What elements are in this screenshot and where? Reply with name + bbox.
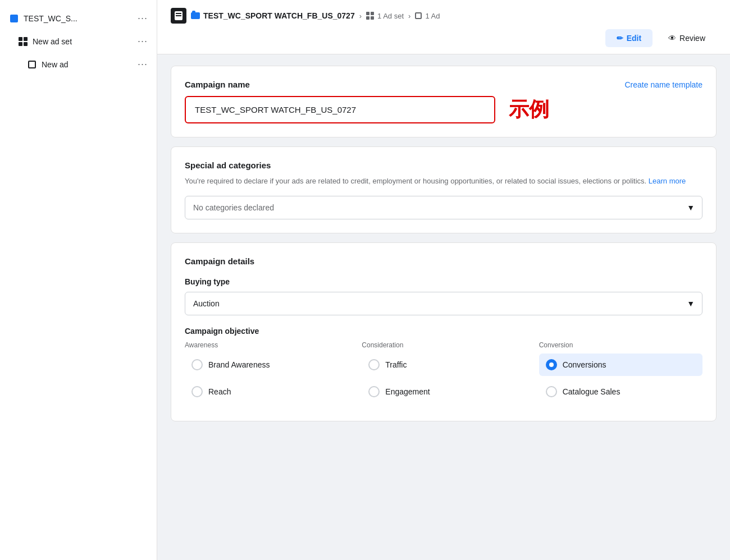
consideration-category-label: Consideration (362, 341, 525, 349)
breadcrumb-campaign: TEST_WC_SPORT WATCH_FB_US_0727 (191, 11, 355, 20)
sidebar: TEST_WC_S... ··· New ad set ··· New ad ·… (0, 0, 157, 560)
breadcrumb-adset-label: 1 Ad set (377, 12, 404, 20)
brand-awareness-label: Brand Awareness (208, 360, 270, 369)
special-ad-categories-select[interactable]: No categories declared Credit Employment… (185, 196, 702, 219)
folder-icon (9, 13, 19, 24)
conversions-option[interactable]: Conversions (539, 354, 702, 376)
sidebar-campaign-label: TEST_WC_S... (24, 14, 77, 23)
special-ad-categories-select-wrapper: No categories declared Credit Employment… (185, 196, 702, 219)
conversions-radio-inner (549, 362, 554, 367)
buying-type-label: Buying type (185, 277, 702, 286)
breadcrumb-ad-icon (415, 12, 422, 19)
awareness-category: Awareness Brand Awareness Reach (185, 341, 348, 407)
review-label: Review (679, 34, 705, 43)
traffic-radio[interactable] (368, 359, 380, 370)
campaign-name-wrapper: 示例 (185, 96, 702, 123)
adset-more-icon[interactable]: ··· (138, 35, 148, 47)
consideration-category: Consideration Traffic Engagement (362, 341, 525, 407)
learn-more-link[interactable]: Learn more (649, 177, 686, 185)
breadcrumb-sep-1: › (359, 12, 362, 20)
reach-option[interactable]: Reach (185, 380, 348, 403)
engagement-radio[interactable] (368, 386, 380, 397)
reach-radio[interactable] (191, 386, 203, 397)
breadcrumb-ad: 1 Ad (415, 12, 440, 20)
breadcrumb-campaign-name: TEST_WC_SPORT WATCH_FB_US_0727 (203, 11, 355, 20)
buying-type-select[interactable]: Auction Reach and Frequency (185, 292, 702, 315)
special-ad-categories-card: Special ad categories You're required to… (171, 146, 717, 233)
special-ad-categories-title: Special ad categories (185, 160, 271, 170)
adset-icon (18, 36, 28, 47)
ad-more-icon[interactable]: ··· (138, 58, 148, 70)
sidebar-item-campaign-left: TEST_WC_S... (9, 13, 77, 24)
sidebar-item-ad[interactable]: New ad ··· (0, 53, 157, 76)
campaign-name-title: Campaign name (185, 80, 250, 89)
engagement-label: Engagement (385, 387, 430, 396)
create-name-template-link[interactable]: Create name template (624, 80, 702, 89)
special-ad-categories-desc: You're required to declare if your ads a… (185, 176, 702, 187)
edit-label: Edit (627, 34, 641, 43)
breadcrumb-sep-2: › (408, 12, 410, 20)
brand-awareness-radio[interactable] (191, 359, 203, 370)
breadcrumb-adset-icon (366, 12, 374, 20)
campaign-objective-label: Campaign objective (185, 327, 702, 336)
sidebar-item-ad-left: New ad (27, 59, 68, 70)
campaign-objective-section: Campaign objective Awareness Brand Aware… (185, 327, 702, 407)
traffic-option[interactable]: Traffic (362, 354, 525, 376)
objective-categories: Awareness Brand Awareness Reach (185, 341, 702, 407)
eye-icon: 👁 (668, 34, 676, 43)
breadcrumb: TEST_WC_SPORT WATCH_FB_US_0727 › 1 Ad se… (171, 0, 717, 24)
conversions-radio[interactable] (546, 359, 557, 370)
main-content: TEST_WC_SPORT WATCH_FB_US_0727 › 1 Ad se… (157, 0, 730, 560)
campaign-details-title: Campaign details (185, 256, 254, 266)
special-ad-desc-text: You're required to declare if your ads a… (185, 177, 646, 185)
example-label: 示例 (504, 96, 549, 123)
reach-label: Reach (208, 387, 231, 396)
campaign-details-card: Campaign details Buying type Auction Rea… (171, 242, 717, 421)
pencil-icon: ✏ (617, 34, 623, 43)
catalogue-sales-radio[interactable] (546, 386, 557, 397)
review-button[interactable]: 👁 Review (657, 29, 717, 47)
campaign-name-input[interactable] (185, 96, 495, 123)
campaign-name-header: Campaign name Create name template (185, 80, 702, 89)
buying-type-section: Buying type Auction Reach and Frequency … (185, 277, 702, 315)
buying-type-select-wrapper: Auction Reach and Frequency ▼ (185, 292, 702, 315)
breadcrumb-ad-label: 1 Ad (425, 12, 440, 20)
sidebar-ad-label: New ad (42, 60, 68, 69)
engagement-option[interactable]: Engagement (362, 380, 525, 403)
conversions-label: Conversions (563, 360, 606, 369)
awareness-category-label: Awareness (185, 341, 348, 349)
sidebar-item-adset[interactable]: New ad set ··· (0, 30, 157, 53)
sidebar-adset-label: New ad set (33, 37, 72, 46)
campaign-name-card: Campaign name Create name template 示例 (171, 66, 717, 137)
topbar: TEST_WC_SPORT WATCH_FB_US_0727 › 1 Ad se… (157, 0, 730, 54)
panel-toggle-icon[interactable] (171, 8, 186, 24)
sidebar-item-adset-left: New ad set (18, 36, 72, 47)
breadcrumb-folder-icon (191, 12, 200, 19)
sidebar-item-campaign[interactable]: TEST_WC_S... ··· (0, 7, 157, 30)
traffic-label: Traffic (385, 360, 407, 369)
catalogue-sales-label: Catalogue Sales (563, 387, 620, 396)
conversion-category-label: Conversion (539, 341, 702, 349)
campaign-more-icon[interactable]: ··· (138, 12, 148, 24)
ad-icon (27, 59, 37, 70)
edit-button[interactable]: ✏ Edit (605, 29, 653, 47)
catalogue-sales-option[interactable]: Catalogue Sales (539, 380, 702, 403)
page-content: Campaign name Create name template 示例 Sp… (157, 54, 730, 433)
conversion-category: Conversion Conversions Catalogue Sales (539, 341, 702, 407)
topbar-actions: ✏ Edit 👁 Review (171, 24, 717, 54)
brand-awareness-option[interactable]: Brand Awareness (185, 354, 348, 376)
breadcrumb-adset: 1 Ad set (366, 12, 404, 20)
